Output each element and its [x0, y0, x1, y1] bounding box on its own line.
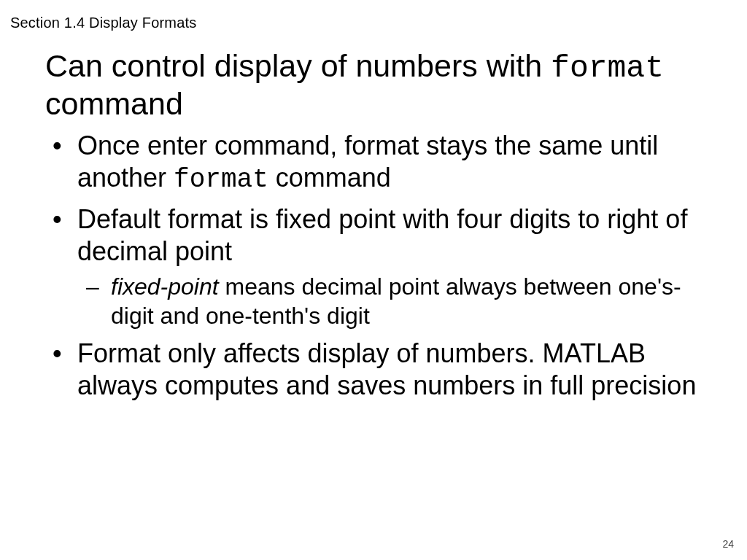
bullet-2-text: Default format is fixed point with four … — [77, 204, 687, 266]
page-number: 24 — [722, 538, 734, 550]
body-content: Once enter command, format stays the sam… — [45, 130, 711, 408]
bullet-item-2: Default format is fixed point with four … — [77, 203, 711, 330]
bullet-item-1: Once enter command, format stays the sam… — [77, 130, 711, 196]
sub-bullet-item: fixed-point means decimal point always b… — [111, 272, 711, 330]
section-header: Section 1.4 Display Formats — [10, 15, 197, 31]
bullet-list: Once enter command, format stays the sam… — [45, 130, 711, 401]
bullet-1-text-b: command — [268, 163, 391, 192]
sub-bullet-list: fixed-point means decimal point always b… — [77, 272, 711, 330]
sub-bullet-em: fixed-point — [111, 273, 219, 300]
bullet-1-code: format — [174, 165, 268, 195]
title-text-2: command — [45, 86, 183, 121]
bullet-item-3: Format only affects display of numbers. … — [77, 338, 711, 402]
bullet-3-text: Format only affects display of numbers. … — [77, 338, 696, 400]
title-code: format — [551, 50, 664, 86]
slide-title: Can control display of numbers with form… — [45, 48, 718, 122]
title-text-1: Can control display of numbers with — [45, 48, 551, 83]
